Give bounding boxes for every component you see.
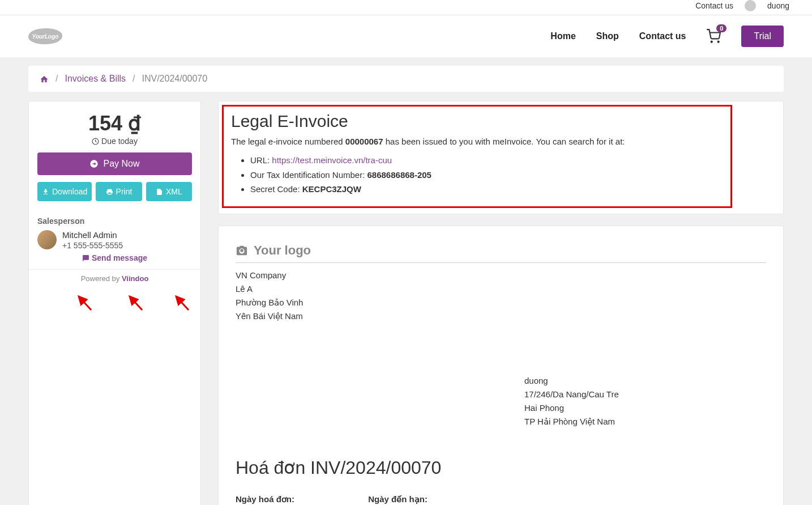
top-username[interactable]: duong — [767, 1, 789, 10]
breadcrumb-separator: / — [133, 74, 135, 84]
nav-home[interactable]: Home — [550, 31, 575, 41]
powered-brand[interactable]: Viindoo — [122, 274, 148, 283]
einvoice-url-link[interactable]: https://test.meinvoice.vn/tra-cuu — [272, 155, 392, 165]
invoice-title: Hoá đơn INV/2024/00070 — [236, 457, 766, 478]
sidebar-summary-card: 154 ₫ Due today Pay Now Download — [28, 101, 201, 505]
user-avatar-icon[interactable] — [745, 0, 756, 11]
annotation-arrow-xml — [172, 293, 194, 318]
salesperson-name: Mitchell Admin — [62, 230, 123, 240]
invoice-document: Your logo VN Company Lê A Phường Bảo Vin… — [218, 226, 784, 506]
download-icon — [42, 188, 49, 196]
top-contact-link[interactable]: Contact us — [695, 1, 733, 10]
invoice-due-label: Ngày đến hạn: — [368, 494, 501, 504]
annotation-arrow-download — [74, 293, 97, 318]
salesperson-avatar — [37, 230, 57, 249]
arrow-circle-right-icon — [89, 159, 99, 168]
legal-einvoice-card: Legal E-Invoice The legal e-invoice numb… — [218, 101, 784, 214]
cart-button[interactable]: 0 — [706, 29, 721, 44]
trial-button[interactable]: Trial — [741, 26, 784, 47]
nav-shop[interactable]: Shop — [596, 31, 619, 41]
amount-value: 154 ₫ — [37, 112, 192, 135]
powered-by: Powered by Viindoo — [29, 269, 200, 287]
breadcrumb-invoices[interactable]: Invoices & Bills — [65, 74, 126, 84]
doc-logo-text: Your logo — [254, 243, 311, 258]
einvoice-secret-row: Secret Code: KECPC3ZJQW — [250, 182, 771, 197]
annotation-arrow-print — [125, 293, 148, 318]
svg-point-1 — [718, 41, 719, 43]
svg-line-3 — [79, 296, 91, 310]
salesperson-phone: +1 555-555-5555 — [62, 241, 123, 250]
pay-now-button[interactable]: Pay Now — [37, 152, 192, 175]
download-button[interactable]: Download — [37, 182, 92, 201]
cart-badge: 0 — [716, 24, 726, 32]
einvoice-title: Legal E-Invoice — [231, 112, 771, 131]
file-code-icon — [156, 188, 163, 196]
camera-icon — [236, 244, 248, 257]
top-utility-bar: Contact us duong — [0, 0, 812, 15]
xml-button[interactable]: XML — [146, 182, 192, 201]
nav-contact[interactable]: Contact us — [639, 31, 686, 41]
nav-items: Home Shop Contact us 0 Trial — [550, 26, 784, 47]
clock-icon — [92, 138, 99, 145]
customer-address: duong 17/246/Da Nang/Cau Tre Hai Phong T… — [524, 374, 766, 428]
breadcrumb-current: INV/2024/00070 — [142, 74, 208, 84]
svg-point-0 — [711, 41, 712, 43]
send-message-link[interactable]: Send message — [37, 253, 192, 262]
svg-line-4 — [130, 296, 142, 310]
breadcrumb: / Invoices & Bills / INV/2024/00070 — [28, 66, 784, 92]
site-logo[interactable]: YourLogo — [28, 28, 62, 44]
company-address: VN Company Lê A Phường Bảo Vinh Yên Bái … — [236, 269, 766, 323]
salesperson-label: Salesperson — [37, 217, 192, 226]
due-line: Due today — [37, 137, 192, 146]
invoice-date-label: Ngày hoá đơn: — [236, 494, 368, 504]
message-icon — [82, 254, 89, 262]
svg-line-5 — [176, 296, 189, 310]
print-button[interactable]: Print — [96, 182, 142, 201]
home-icon[interactable] — [40, 74, 49, 84]
main-navbar: YourLogo Home Shop Contact us 0 Trial — [0, 15, 812, 57]
einvoice-intro: The legal e-invoice numbered 00000067 ha… — [231, 137, 771, 146]
einvoice-url-row: URL: https://test.meinvoice.vn/tra-cuu — [250, 153, 771, 168]
breadcrumb-separator: / — [55, 74, 58, 84]
print-icon — [106, 188, 113, 196]
einvoice-tin-row: Our Tax Identification Number: 686868686… — [250, 168, 771, 183]
